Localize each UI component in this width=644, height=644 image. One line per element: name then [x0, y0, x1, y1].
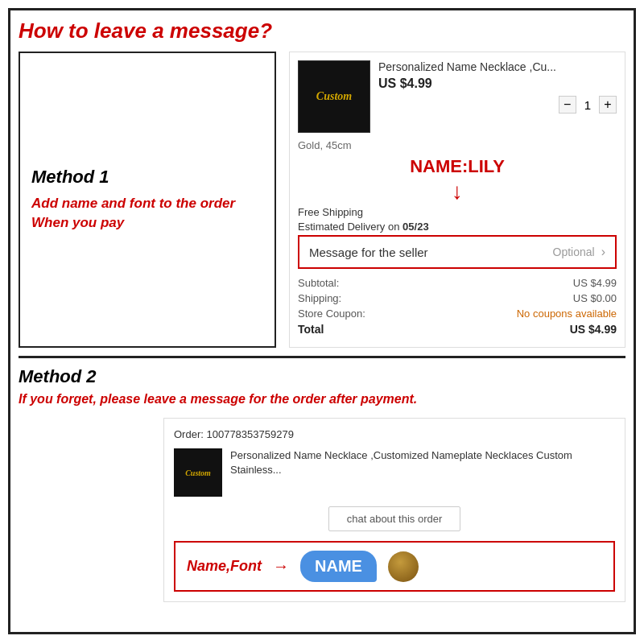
coupon-row: Store Coupon: No coupons available [298, 308, 617, 320]
method1-description: Add name and font to the order When you … [31, 194, 263, 233]
shipping-price-row: Shipping: US $0.00 [298, 292, 617, 304]
total-label: Total [298, 323, 324, 336]
chat-about-order-button[interactable]: chat about this order [328, 506, 461, 531]
product-info: Personalized Name Necklace ,Cu... US $4.… [378, 60, 617, 114]
quantity-value: 1 [584, 98, 591, 112]
name-font-label: Name,Font [187, 558, 262, 575]
product-variant: Gold, 45cm [298, 139, 617, 151]
total-row: Total US $4.99 [298, 323, 617, 336]
method1-title: Method 1 [31, 167, 263, 188]
arrow-down-icon: ↓ [298, 180, 617, 203]
message-bubble: NAME [300, 551, 377, 582]
method2-description: If you forget, please leave a message fo… [19, 392, 625, 407]
chevron-right-icon: › [601, 245, 605, 259]
product-card: Custom Personalized Name Necklace ,Cu...… [289, 52, 625, 348]
quantity-row: − 1 + [378, 96, 617, 114]
arrow-right-icon: → [273, 557, 289, 576]
chat-button-row: chat about this order [174, 506, 615, 531]
coupon-value: No coupons available [517, 308, 617, 320]
message-seller-label: Message for the seller [309, 246, 428, 259]
product-image-text: Custom [316, 90, 352, 103]
subtotal-row: Subtotal: US $4.99 [298, 277, 617, 289]
avatar [388, 551, 419, 582]
subtotal-label: Subtotal: [298, 277, 339, 289]
product-price: US $4.99 [378, 76, 617, 91]
total-value: US $4.99 [570, 323, 617, 336]
shipping-price-label: Shipping: [298, 292, 341, 304]
subtotal-value: US $4.99 [573, 277, 617, 289]
coupon-label: Store Coupon: [298, 308, 365, 320]
price-table: Subtotal: US $4.99 Shipping: US $0.00 St… [298, 277, 617, 336]
order-number: Order: 100778353759279 [174, 428, 615, 440]
product-title: Personalized Name Necklace ,Cu... [378, 60, 617, 73]
method2-title: Method 2 [19, 366, 625, 387]
order-product-row: Custom Personalized Name Necklace ,Custo… [174, 448, 615, 497]
quantity-decrease-button[interactable]: − [559, 96, 576, 114]
product-row: Custom Personalized Name Necklace ,Cu...… [298, 60, 617, 133]
order-card: Order: 100778353759279 Custom Personaliz… [163, 418, 625, 602]
message-seller-row[interactable]: Message for the seller Optional › [298, 235, 617, 269]
quantity-increase-button[interactable]: + [599, 96, 617, 114]
delivery-row: Estimated Delivery on 05/23 [298, 221, 617, 233]
bottom-section: Method 2 If you forget, please leave a m… [19, 356, 625, 602]
how-to-header: How to leave a message? [19, 19, 625, 43]
avatar-image [388, 551, 419, 582]
order-product-image-text: Custom [185, 469, 211, 477]
order-product-image: Custom [174, 448, 222, 497]
order-product-info: Personalized Name Necklace ,Customized N… [230, 448, 615, 477]
message-seller-optional: Optional [553, 246, 595, 258]
method1-box: Method 1 Add name and font to the order … [19, 52, 276, 348]
message-input-row: Name,Font → NAME [174, 541, 615, 592]
name-lily-label: NAME:LILY [298, 156, 617, 177]
product-image: Custom [298, 60, 370, 133]
shipping-label: Free Shipping [298, 206, 617, 218]
shipping-price-value: US $0.00 [573, 292, 617, 304]
